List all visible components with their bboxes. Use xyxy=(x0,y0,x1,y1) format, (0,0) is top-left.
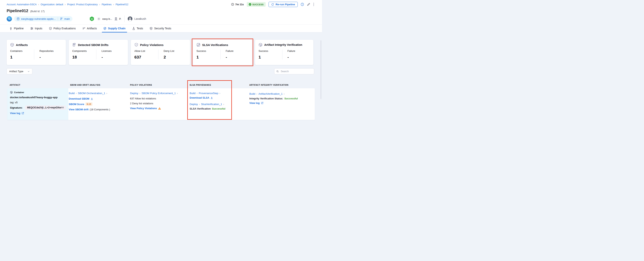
stat-label: Licenses xyxy=(102,49,124,52)
duration: 7m 11s xyxy=(231,3,244,6)
stat-value: 1 xyxy=(10,55,34,59)
tab-pipeline[interactable]: Pipeline xyxy=(10,24,24,32)
artifact-image-name: docker.io/lavakush07/easy-buggy-app xyxy=(10,96,68,99)
step-link[interactable]: ArtifactVerification_1 xyxy=(258,92,282,95)
tab-artifacts[interactable]: Artifacts xyxy=(82,24,97,32)
stat-label: Containers xyxy=(10,49,34,52)
sbom-score-badge: 6.13 xyxy=(86,102,92,106)
repository-icon xyxy=(17,17,20,20)
chevron-right-icon xyxy=(223,102,224,106)
status-text: SUCCESS xyxy=(252,3,264,6)
trigger-abbrev: P. xyxy=(119,17,121,20)
stat-value: 1 xyxy=(196,55,220,59)
slsa-status-value: Successful xyxy=(212,107,226,110)
execution-tabs: Pipeline Inputs Policy Evaluations Artif… xyxy=(0,24,322,32)
branch-name[interactable]: main xyxy=(64,17,70,20)
chevron-right-icon xyxy=(38,3,39,6)
tab-policy-evaluations[interactable]: Policy Evaluations xyxy=(49,24,76,32)
stat-label: Repositories xyxy=(39,49,62,52)
rerun-pipeline-button[interactable]: Re-run Pipeline xyxy=(268,2,298,7)
tab-tests[interactable]: Tests xyxy=(132,24,143,32)
stat-value: 1 xyxy=(258,55,282,59)
breadcrumb-pipeline012[interactable]: Pipeline012 xyxy=(116,3,128,6)
signature-label: Signature: xyxy=(10,106,22,109)
chevron-right-icon xyxy=(76,91,76,95)
vertical-scrollbar[interactable] xyxy=(320,40,322,99)
step-link[interactable]: SBOM Policy Enforcement_1 xyxy=(142,92,176,95)
stat-label: Success xyxy=(196,49,220,52)
cube-verified-icon xyxy=(258,43,262,47)
breadcrumb: Account: Automation-SSCA Organization: d… xyxy=(7,3,128,6)
column-header-artifact: ARTIFACT xyxy=(10,84,20,86)
drift-components-note: (18 Components ) xyxy=(90,108,110,111)
page-title: Pipeline012 xyxy=(7,8,28,13)
stat-value: - xyxy=(226,55,248,59)
shield-check-icon xyxy=(49,27,52,30)
list-plus-icon xyxy=(82,27,86,30)
refresh-icon xyxy=(271,3,274,6)
card-title: SLSA Verifications xyxy=(202,43,228,46)
pipeline-execution-page: Account: Automation-SSCA Organization: d… xyxy=(0,0,322,130)
pipeline-icon xyxy=(10,27,12,30)
sbom-document-icon xyxy=(72,43,76,47)
view-sbom-drift-link[interactable]: View SBOM drift xyxy=(69,108,88,111)
edit-pencil-icon[interactable] xyxy=(307,3,310,6)
chevron-right-icon xyxy=(177,91,178,95)
search-input[interactable] xyxy=(280,70,312,73)
search-box xyxy=(274,68,314,74)
rerun-label: Re-run Pipeline xyxy=(276,3,295,6)
chevron-right-icon xyxy=(113,3,114,6)
tab-inputs[interactable]: Inputs xyxy=(30,24,42,32)
info-icon[interactable] xyxy=(301,3,304,6)
trigger-text: easy-b... xyxy=(102,17,112,20)
stat-value: - xyxy=(288,55,310,59)
view-log-link[interactable]: View log xyxy=(10,112,20,115)
duration-value: 7m 11s xyxy=(235,3,244,6)
column-header-slsa: SLSA PROVENANCE xyxy=(190,84,211,86)
repo-pill[interactable]: easybuggy-vulnerable-applic... main xyxy=(14,16,72,21)
supply-chain-shield-icon xyxy=(104,27,106,30)
card-title: Artifacts xyxy=(16,43,28,46)
integrity-status-label: Integrity Verification Status: xyxy=(249,97,283,100)
artifact-tag: tag: v5 xyxy=(10,101,68,104)
step-link[interactable]: ProvenanceStep xyxy=(198,92,218,95)
summary-card-artifacts: Artifacts Containers1 Repositories- xyxy=(7,40,66,65)
repo-name: easybuggy-vulnerable-applic... xyxy=(21,17,56,20)
more-options-icon[interactable] xyxy=(313,3,314,6)
allow-list-violations: 637 Allow list violations xyxy=(130,97,188,100)
signature-value: MEQCICde2Vjl...L+2+mqnOXw== xyxy=(25,105,66,110)
svg-text:∞: ∞ xyxy=(91,17,93,20)
chevron-down-icon xyxy=(28,70,30,73)
user-avatar xyxy=(128,16,132,21)
stage-link[interactable]: Deploy xyxy=(130,92,138,95)
breadcrumb-organization[interactable]: Organization: default xyxy=(40,3,63,6)
download-slsa-link[interactable]: Download SLSA xyxy=(190,96,209,99)
user-name: Lavakush xyxy=(134,17,146,20)
sbom-score-link[interactable]: SBOM Score xyxy=(69,103,84,106)
step-link[interactable]: SlsaVerification_1 xyxy=(201,103,222,106)
chevron-right-icon xyxy=(199,102,200,106)
breadcrumb-project[interactable]: Project: Product Exploratory xyxy=(67,3,98,6)
view-log-link[interactable]: View log xyxy=(249,102,260,104)
breadcrumb-pipelines[interactable]: Pipelines xyxy=(102,3,112,6)
stage-link[interactable]: Build xyxy=(190,92,196,95)
external-link-icon xyxy=(261,102,264,104)
artifact-cell: Container docker.io/lavakush07/easy-bugg… xyxy=(7,88,68,120)
tab-supply-chain[interactable]: Supply Chain xyxy=(104,24,125,32)
artifact-type-label: Artifact Type xyxy=(9,70,23,73)
artifact-type-dropdown[interactable]: Artifact Type xyxy=(7,68,32,74)
sliders-icon xyxy=(30,27,33,30)
breadcrumb-account[interactable]: Account: Automation-SSCA xyxy=(7,3,37,6)
stage-link[interactable]: Build xyxy=(69,92,74,95)
download-sbom-link[interactable]: Download SBOM xyxy=(69,97,89,100)
view-policy-violations-link[interactable]: View Policy Violations xyxy=(130,107,157,110)
trigger-type-icon xyxy=(114,17,118,20)
tab-security-tests[interactable]: Security Tests xyxy=(150,24,171,32)
slsa-icon xyxy=(196,43,200,47)
git-branch-icon xyxy=(60,17,63,20)
stage-link[interactable]: Build xyxy=(249,92,255,95)
stage-link[interactable]: Deploy xyxy=(190,103,198,106)
step-link[interactable]: SBOM Orchestration_1 xyxy=(78,92,105,95)
card-title: Artifact Integrity Verification xyxy=(264,43,302,46)
summary-card-sbom-drifts: Detected SBOM Drifts Components18 Licens… xyxy=(69,40,128,65)
